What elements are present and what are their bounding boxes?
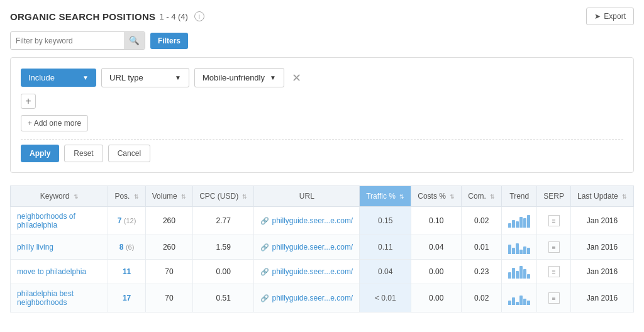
traffic-cell: 0.04 [360, 260, 411, 284]
results-table: Keyword ⇅ Pos. ⇅ Volume ⇅ CPC (USD) ⇅ UR… [10, 185, 634, 313]
trend-bar-segment [527, 274, 530, 279]
last-update-cell: Jan 2016 [570, 235, 633, 260]
pos-cell: 7 (12) [108, 207, 145, 235]
col-cpc[interactable]: CPC (USD) ⇅ [193, 186, 254, 207]
search-bar: 🔍 Filters [10, 31, 634, 50]
pos-main: 8 [119, 243, 124, 252]
com-cell: 0.01 [462, 235, 502, 260]
trend-bar-segment [512, 297, 515, 306]
table-row: philly living8 (6)2601.59 🔗 phillyguide.… [11, 235, 634, 260]
trend-bar-segment [512, 220, 515, 228]
include-dropdown[interactable]: Include ▼ [21, 69, 96, 87]
com-cell: 0.02 [462, 207, 502, 235]
serp-icon[interactable]: ≡ [548, 266, 560, 277]
external-link-icon: 🔗 [260, 217, 269, 225]
serp-icon[interactable]: ≡ [548, 215, 560, 226]
cpc-cell: 0.51 [193, 284, 254, 313]
pos-sub: (6) [126, 243, 134, 251]
table-row: philadelphia best neighborhoods17700.51 … [11, 284, 634, 313]
keyword-cell: philadelphia best neighborhoods [11, 284, 108, 313]
last-update-cell: Jan 2016 [570, 207, 633, 235]
cpc-cell: 1.59 [193, 235, 254, 260]
pos-cell: 11 [108, 260, 145, 284]
filters-button[interactable]: Filters [150, 33, 188, 49]
trend-bar [508, 265, 530, 279]
pos-main: 11 [123, 267, 131, 276]
col-url[interactable]: URL [254, 186, 360, 207]
cpc-cell: 2.77 [193, 207, 254, 235]
col-volume[interactable]: Volume ⇅ [145, 186, 192, 207]
url-type-dropdown[interactable]: URL type ▼ [101, 68, 189, 87]
external-link-icon: 🔗 [260, 243, 269, 252]
trend-bar-segment [512, 248, 515, 254]
trend-bar-segment [512, 268, 515, 279]
url-cell: 🔗 phillyguide.seer...e.com/ [254, 284, 360, 313]
volume-cell: 260 [145, 235, 192, 260]
export-button[interactable]: ➤ Export [586, 8, 634, 25]
com-cell: 0.02 [462, 284, 502, 313]
serp-cell: ≡ [537, 260, 571, 284]
col-lastupdate[interactable]: Last Update ⇅ [570, 186, 633, 207]
pos-cell: 8 (6) [108, 235, 145, 260]
keyword-link[interactable]: philadelphia best neighborhoods [17, 289, 74, 307]
search-button[interactable]: 🔍 [124, 32, 145, 49]
add-more-button[interactable]: + Add one more [21, 115, 88, 131]
url-cell: 🔗 phillyguide.seer...e.com/ [254, 235, 360, 260]
mobile-dropdown[interactable]: Mobile-unfriendly ▼ [194, 68, 284, 87]
traffic-cell: 0.15 [360, 207, 411, 235]
col-pos[interactable]: Pos. ⇅ [108, 186, 145, 207]
mobile-dropdown-arrow: ▼ [270, 74, 276, 81]
external-link-icon: 🔗 [260, 294, 269, 302]
costs-cell: 0.00 [411, 284, 462, 313]
keyword-link[interactable]: philly living [17, 243, 53, 252]
url-type-dropdown-arrow: ▼ [175, 74, 181, 81]
trend-bar-segment [523, 269, 526, 279]
trend-bar-segment [523, 246, 526, 255]
url-link[interactable]: 🔗 phillyguide.seer...e.com/ [260, 294, 353, 302]
trend-bar [508, 240, 530, 254]
keyword-cell: philly living [11, 235, 108, 260]
url-link[interactable]: 🔗 phillyguide.seer...e.com/ [260, 243, 353, 252]
trend-bar-segment [508, 301, 511, 306]
url-link[interactable]: 🔗 phillyguide.seer...e.com/ [260, 267, 353, 276]
trend-bar-segment [516, 271, 519, 279]
table-row: neighborhoods of philadelphia7 (12)2602.… [11, 207, 634, 235]
col-costs[interactable]: Costs % ⇅ [411, 186, 462, 207]
costs-cell: 0.00 [411, 260, 462, 284]
col-traffic[interactable]: Traffic % ⇅ [360, 186, 411, 207]
trend-bar-segment [516, 221, 519, 228]
cpc-cell: 0.00 [193, 260, 254, 284]
serp-icon[interactable]: ≡ [548, 241, 560, 253]
costs-cell: 0.04 [411, 235, 462, 260]
keyword-cell: neighborhoods of philadelphia [11, 207, 108, 235]
clear-filter-button[interactable]: ✕ [289, 71, 304, 85]
cancel-button[interactable]: Cancel [108, 145, 150, 162]
add-condition-button[interactable]: + [21, 94, 36, 109]
reset-button[interactable]: Reset [64, 145, 103, 162]
col-com[interactable]: Com. ⇅ [462, 186, 502, 207]
url-cell: 🔗 phillyguide.seer...e.com/ [254, 260, 360, 284]
url-cell: 🔗 phillyguide.seer...e.com/ [254, 207, 360, 235]
trend-bar-segment [527, 215, 530, 228]
info-icon[interactable]: i [194, 11, 204, 21]
volume-cell: 70 [145, 284, 192, 313]
filter-row-main: Include ▼ URL type ▼ Mobile-unfriendly ▼… [21, 68, 623, 87]
keyword-link[interactable]: neighborhoods of philadelphia [17, 212, 75, 230]
serp-icon[interactable]: ≡ [548, 292, 560, 304]
trend-bar-segment [508, 245, 511, 254]
trend-cell [502, 207, 537, 235]
keyword-link[interactable]: move to philadelphia [17, 267, 86, 276]
search-input-wrap: 🔍 [10, 31, 145, 50]
col-keyword[interactable]: Keyword ⇅ [11, 186, 108, 207]
col-serp: SERP [537, 186, 571, 207]
url-link[interactable]: 🔗 phillyguide.seer...e.com/ [260, 216, 353, 225]
last-update-cell: Jan 2016 [570, 260, 633, 284]
search-input[interactable] [11, 33, 124, 49]
filter-panel: Include ▼ URL type ▼ Mobile-unfriendly ▼… [10, 57, 634, 173]
external-link-icon: 🔗 [260, 268, 269, 276]
trend-bar-segment [519, 296, 523, 305]
filter-actions: Apply Reset Cancel [21, 139, 623, 162]
col-trend: Trend [502, 186, 537, 207]
apply-button[interactable]: Apply [21, 145, 59, 162]
trend-bar-segment [508, 272, 511, 279]
